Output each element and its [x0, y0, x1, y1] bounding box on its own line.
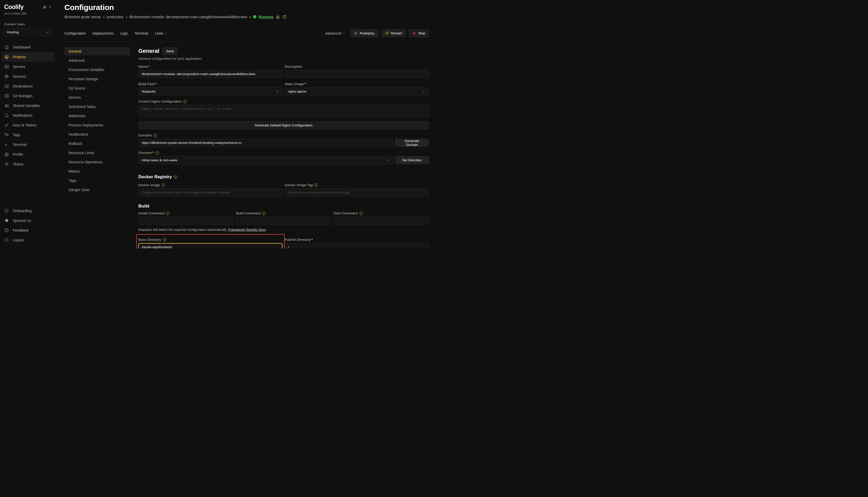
direction-select[interactable]: Allow www & non-www.: [138, 156, 393, 164]
team-select-value: Hosting: [7, 30, 19, 34]
subnav-item-general[interactable]: General: [65, 47, 130, 55]
generate-nginx-button[interactable]: Generate Default Nginx Configuration: [138, 121, 429, 129]
sidebar-item-logout[interactable]: Logout: [2, 235, 54, 245]
subnav-item-persistent-storage[interactable]: Persistent Storage: [65, 75, 130, 83]
sidebar-item-tags[interactable]: Tags: [2, 130, 54, 140]
subnav-item-healthcheck[interactable]: Healthcheck: [65, 130, 130, 139]
framework-docs-link[interactable]: Framework Specific Docs: [228, 228, 266, 231]
domains-input[interactable]: [138, 139, 393, 147]
theme-switcher-chevrons-icon[interactable]: [49, 5, 52, 9]
main-area: Configuration illicitonion quote server …: [56, 0, 434, 248]
domains-field: Domains Generate Domain: [138, 133, 429, 147]
advanced-label: Advanced: [325, 31, 341, 36]
generate-domain-button[interactable]: Generate Domain: [395, 139, 429, 147]
start-command-input[interactable]: [333, 217, 429, 225]
sidebar-item-teams[interactable]: Teams: [2, 159, 54, 169]
logout-icon: [4, 238, 9, 243]
direction-value: Allow www & non-www.: [142, 158, 178, 162]
start-command-label: Start Command: [333, 211, 358, 215]
install-command-input[interactable]: [138, 217, 234, 225]
sidebar-item-notifications[interactable]: Notifications: [2, 111, 54, 120]
subnav-item-danger-zone[interactable]: Danger Zone: [65, 186, 130, 194]
base-directory-input[interactable]: [138, 243, 283, 248]
refresh-icon[interactable]: [282, 15, 286, 19]
tab-logs[interactable]: Logs: [120, 31, 128, 36]
sidebar-item-projects[interactable]: Projects: [2, 52, 54, 62]
sidebar-item-sources[interactable]: Sources: [2, 72, 54, 81]
subnav-item-preview-deployments[interactable]: Preview Deployments: [65, 121, 130, 129]
tab-links[interactable]: Links: [155, 31, 167, 36]
info-icon[interactable]: [153, 133, 157, 137]
advanced-dropdown[interactable]: Advanced: [325, 31, 345, 36]
sidebar-item-shared-variables[interactable]: Shared Variables: [2, 101, 54, 111]
chevron-right-icon: ›: [249, 15, 251, 19]
server-icon: [4, 64, 9, 69]
sidebar-item-onboarding[interactable]: Onboarding: [2, 206, 54, 216]
sidebar-item-terminal[interactable]: Terminal: [2, 140, 54, 150]
docker-image-tag-input[interactable]: [285, 188, 429, 196]
set-direction-button[interactable]: Set Direction: [395, 156, 429, 164]
save-button[interactable]: Save: [163, 47, 178, 55]
custom-nginx-textarea[interactable]: [138, 105, 429, 117]
tab-terminal[interactable]: Terminal: [135, 31, 148, 36]
info-icon[interactable]: [163, 238, 166, 242]
info-icon[interactable]: [166, 212, 169, 215]
subnav-item-resource-limits[interactable]: Resource Limits: [65, 149, 130, 157]
sidebar-item-servers[interactable]: Servers: [2, 62, 54, 72]
info-icon[interactable]: [359, 212, 363, 215]
status-badge[interactable]: Running: [259, 15, 273, 19]
checklist-icon: [4, 208, 9, 213]
redeploy-icon: [354, 31, 358, 35]
sidebar-item-destinations[interactable]: Destinations: [2, 81, 54, 91]
subnav-item-scheduled-tasks[interactable]: Scheduled Tasks: [65, 103, 130, 111]
tab-deployments[interactable]: Deployments: [92, 31, 113, 36]
sidebar-footer-nav: Onboarding Sponsor us Feedback Logout: [0, 206, 56, 245]
users-icon: [4, 161, 9, 167]
sidebar-item-profile[interactable]: Profile: [2, 150, 54, 159]
tab-configuration[interactable]: Configuration: [65, 31, 86, 36]
restart-button[interactable]: Restart: [381, 29, 406, 37]
general-settings-form: General Save General configuration for y…: [138, 47, 429, 248]
info-icon[interactable]: [262, 212, 266, 215]
breadcrumb-application[interactable]: illicitestonion/-module--decomposition:m…: [129, 15, 247, 19]
info-icon[interactable]: [183, 100, 187, 103]
tab-links-label: Links: [155, 31, 163, 36]
section-subtitle: General configuration for your applicati…: [138, 57, 429, 60]
stop-button[interactable]: Stop: [409, 29, 429, 37]
build-pack-select[interactable]: Nixpacks: [138, 87, 283, 95]
redeploy-button[interactable]: Redeploy: [350, 29, 378, 37]
description-input[interactable]: [285, 70, 429, 78]
subnav-item-environment-variables[interactable]: Environment Variables: [65, 66, 130, 74]
sidebar-item-keys-tokens[interactable]: Keys & Tokens: [2, 120, 54, 130]
subnav-item-tags[interactable]: Tags: [65, 176, 130, 185]
static-image-select[interactable]: nginx:alpine: [285, 87, 429, 95]
info-icon[interactable]: [162, 183, 165, 187]
name-input[interactable]: [138, 70, 283, 78]
subnav-item-resource-operations[interactable]: Resource Operations: [65, 158, 130, 166]
subnav-item-rollback[interactable]: Rollback: [65, 140, 130, 148]
name-field: Name: [138, 65, 283, 78]
app-logo[interactable]: Coolify: [4, 4, 24, 11]
subnav-item-advanced[interactable]: Advanced: [65, 56, 130, 65]
breadcrumb-environment[interactable]: production: [107, 15, 123, 19]
subnav-item-webhooks[interactable]: Webhooks: [65, 112, 130, 120]
build-command-input[interactable]: [236, 217, 331, 225]
theme-sun-icon[interactable]: [43, 5, 47, 9]
sidebar-item-s3-storages[interactable]: S3 Storages: [2, 91, 54, 101]
docker-image-input[interactable]: [138, 188, 283, 196]
publish-directory-input[interactable]: [285, 243, 429, 248]
breadcrumb-project[interactable]: illicitonion quote server: [65, 15, 101, 19]
sidebar-item-label: Notifications: [13, 113, 32, 117]
info-icon[interactable]: [155, 151, 159, 155]
info-icon[interactable]: [314, 183, 318, 187]
warning-icon[interactable]: [276, 15, 280, 19]
sidebar-item-sponsor[interactable]: Sponsor us: [2, 216, 54, 225]
subnav-item-metrics[interactable]: Metrics: [65, 167, 130, 175]
subnav-item-git-source[interactable]: Git Source: [65, 84, 130, 92]
sidebar-item-dashboard[interactable]: Dashboard: [2, 42, 54, 52]
subnav-item-servers[interactable]: Servers: [65, 93, 130, 102]
info-icon[interactable]: [174, 175, 177, 179]
chevron-right-icon: ›: [103, 15, 105, 19]
team-select[interactable]: Hosting: [4, 28, 52, 36]
sidebar-item-feedback[interactable]: Feedback: [2, 225, 54, 235]
